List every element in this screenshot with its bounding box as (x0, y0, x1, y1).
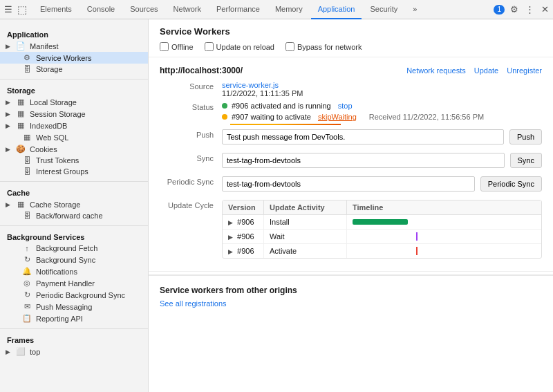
row-arrow-icon[interactable]: ▶ (228, 219, 233, 226)
sync-button[interactable]: Sync (510, 153, 542, 168)
offline-checkbox[interactable] (160, 42, 169, 51)
close-icon[interactable]: ✕ (539, 4, 550, 15)
active-status-dot (222, 103, 227, 109)
inspect-icon[interactable]: ⬚ (17, 4, 28, 15)
update-on-reload-label[interactable]: Update on reload (205, 42, 274, 51)
menu-icon[interactable]: ☰ (3, 4, 14, 15)
sidebar-item-label: Interest Groups (36, 167, 88, 176)
version-cell: ▶ #906 (223, 230, 264, 243)
tab-application[interactable]: Application (311, 0, 362, 19)
sw-status-field: Status #906 activated and is running sto… (160, 102, 542, 125)
sidebar-item-manifest[interactable]: ▶ 📄 Manifest (0, 40, 148, 52)
version-value: #906 (237, 232, 254, 241)
see-all-registrations-link[interactable]: See all registrations (160, 299, 227, 308)
toolbar-right: 1 ⚙ ⋮ ✕ (494, 4, 550, 15)
update-cycle-label: Update Cycle (160, 200, 222, 209)
tab-console[interactable]: Console (80, 0, 122, 19)
push-input[interactable] (222, 129, 504, 144)
sidebar-item-payment-handler[interactable]: ◎ Payment Handler (0, 277, 148, 289)
timeline-pip-purple (416, 232, 418, 241)
devtools-toolbar: ☰ ⬚ Elements Console Sources Network Per… (0, 0, 553, 19)
tab-more[interactable]: » (406, 0, 424, 19)
sync-input-row: Sync (222, 153, 542, 168)
sidebar-item-service-workers[interactable]: ⚙ Service Workers (0, 52, 148, 64)
bypass-for-network-checkbox[interactable] (285, 42, 294, 51)
sw-sync-field: Sync Sync (160, 153, 542, 172)
sync-input[interactable] (222, 153, 505, 168)
push-button[interactable]: Push (509, 129, 542, 144)
web-sql-icon: ▦ (22, 133, 32, 142)
sidebar-item-cookies[interactable]: ▶ 🍪 Cookies (0, 143, 148, 155)
sidebar-item-trust-tokens[interactable]: 🗄 Trust Tokens (0, 155, 148, 166)
sidebar-item-label: Back/forward cache (36, 212, 103, 220)
reporting-api-icon: 📋 (22, 314, 32, 323)
sidebar-item-storage-app[interactable]: 🗄 Storage (0, 64, 148, 75)
source-file-link[interactable]: service-worker.js (222, 81, 279, 89)
cache-storage-icon: ▦ (16, 200, 26, 209)
tab-performance[interactable]: Performance (209, 0, 267, 19)
trust-tokens-icon: 🗄 (22, 156, 32, 165)
push-label: Push (160, 129, 222, 139)
settings-icon[interactable]: ⚙ (509, 4, 520, 15)
tab-network[interactable]: Network (167, 0, 208, 19)
unregister-link[interactable]: Unregister (507, 66, 542, 75)
sidebar-item-bg-fetch[interactable]: ↑ Background Fetch (0, 243, 148, 254)
sidebar-item-indexeddb[interactable]: ▶ ▦ IndexedDB (0, 120, 148, 131)
version-header: Version (223, 200, 264, 214)
timeline-header: Timeline (347, 200, 541, 214)
other-origins-section: Service workers from other origins See a… (149, 274, 553, 317)
sidebar-item-bg-sync[interactable]: ↻ Background Sync (0, 254, 148, 265)
periodic-sync-value: Periodic Sync (222, 176, 542, 196)
main-layout: Application ▶ 📄 Manifest ⚙ Service Worke… (0, 19, 553, 392)
push-value: Push (222, 129, 542, 149)
sidebar-item-label: Background Fetch (36, 244, 97, 252)
sidebar-item-reporting-api[interactable]: 📋 Reporting API (0, 312, 148, 324)
periodic-sync-button[interactable]: Periodic Sync (480, 176, 542, 192)
sidebar-item-interest-groups[interactable]: 🗄 Interest Groups (0, 166, 148, 177)
periodic-sync-input[interactable] (222, 176, 475, 192)
update-link[interactable]: Update (474, 66, 498, 75)
tab-sources[interactable]: Sources (123, 0, 165, 19)
row-arrow-icon[interactable]: ▶ (228, 234, 233, 241)
sidebar-item-label: Periodic Background Sync (36, 291, 125, 299)
sidebar-item-bf-cache[interactable]: 🗄 Back/forward cache (0, 210, 148, 221)
offline-label: Offline (171, 43, 194, 51)
tab-memory[interactable]: Memory (268, 0, 310, 19)
update-cycle-value: Version Update Activity Timeline ▶ #906 … (222, 200, 542, 259)
sidebar-item-local-storage[interactable]: ▶ ▦ Local Storage (0, 96, 148, 108)
bf-cache-icon: 🗄 (22, 212, 32, 220)
update-on-reload-checkbox[interactable] (205, 42, 214, 51)
sidebar-item-push-messaging[interactable]: ✉ Push Messaging (0, 301, 148, 312)
tab-elements[interactable]: Elements (33, 0, 79, 19)
arrow-icon: ▶ (6, 348, 10, 355)
periodic-sync-icon: ↻ (22, 290, 32, 299)
sidebar-item-cache-storage[interactable]: ▶ ▦ Cache Storage (0, 198, 148, 210)
notifications-icon: 🔔 (22, 267, 32, 276)
table-row: ▶ #906 Activate (223, 244, 541, 258)
offline-checkbox-label[interactable]: Offline (160, 42, 194, 51)
sidebar-item-notifications[interactable]: 🔔 Notifications (0, 265, 148, 277)
sidebar-item-top-frame[interactable]: ▶ ⬜ top (0, 346, 148, 357)
sidebar-item-label: Background Sync (36, 256, 95, 264)
skip-waiting-link[interactable]: skipWaiting (318, 113, 357, 121)
timeline-cell (347, 244, 541, 258)
timeline-bar (353, 219, 408, 225)
panel-title: Service Workers (160, 26, 542, 37)
notification-badge[interactable]: 1 (494, 5, 505, 15)
row-arrow-icon[interactable]: ▶ (228, 248, 233, 255)
sidebar-item-label: Trust Tokens (36, 156, 79, 165)
sidebar-item-web-sql[interactable]: ▦ Web SQL (0, 131, 148, 143)
more-options-icon[interactable]: ⋮ (524, 4, 535, 15)
panel-options: Offline Update on reload Bypass for netw… (160, 42, 542, 51)
source-label: Source (160, 81, 222, 91)
activity-cell: Activate (264, 244, 347, 258)
network-requests-link[interactable]: Network requests (406, 66, 466, 75)
sidebar-item-periodic-sync[interactable]: ↻ Periodic Background Sync (0, 289, 148, 301)
panel-header: Service Workers Offline Update on reload… (149, 19, 553, 57)
tab-security[interactable]: Security (363, 0, 404, 19)
sidebar-section-frames: Frames (0, 333, 148, 346)
stop-link[interactable]: stop (338, 102, 353, 110)
bypass-for-network-label[interactable]: Bypass for network (285, 42, 362, 51)
sidebar-item-session-storage[interactable]: ▶ ▦ Session Storage (0, 108, 148, 120)
interest-groups-icon: 🗄 (22, 167, 32, 176)
